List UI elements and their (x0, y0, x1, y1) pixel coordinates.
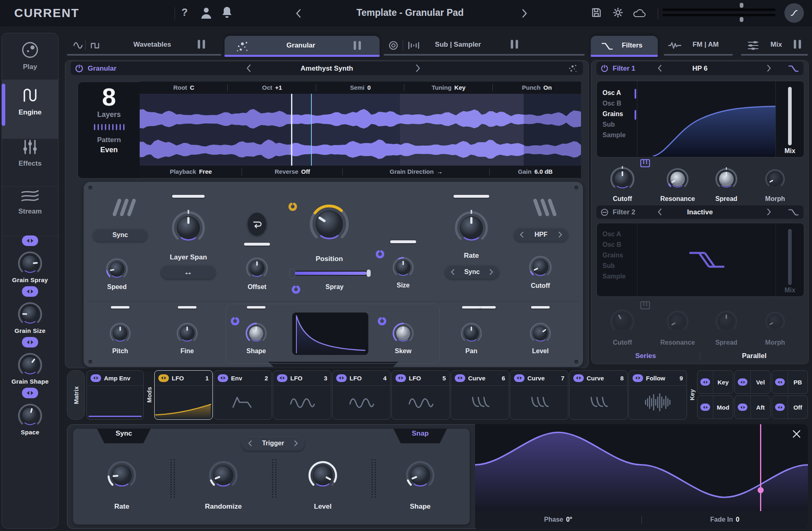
loop-mode-button[interactable] (248, 213, 266, 235)
level-knob[interactable] (529, 322, 552, 345)
help-icon[interactable]: ? (181, 6, 188, 18)
filter1-cutoff-knob[interactable] (609, 166, 635, 192)
lfo-rate-knob[interactable] (106, 460, 137, 491)
position-knob[interactable] (308, 203, 350, 245)
rate-knob[interactable] (454, 210, 489, 246)
skew-knob[interactable] (392, 322, 415, 345)
grain-cutoff-knob[interactable] (528, 255, 553, 279)
source-sample[interactable]: Sample (597, 130, 637, 140)
mod-slot-lfo-3[interactable]: LFO3 (273, 370, 331, 420)
sidebar-item-play[interactable]: Play (2, 33, 58, 87)
phase-field[interactable]: Phase0° (475, 516, 641, 523)
mod-source-mod[interactable]: Mod (697, 395, 733, 419)
field-oct[interactable]: Oct+1 (228, 82, 316, 94)
rate-mod-slider[interactable] (454, 195, 489, 198)
grain-spray-knob[interactable] (17, 250, 43, 276)
save-icon[interactable] (591, 7, 602, 18)
mod-assign-icon[interactable] (218, 374, 228, 382)
lfo-wave-display[interactable]: Phase0° Fade In0 (475, 424, 808, 528)
sample-name[interactable]: Amethyst Synth (300, 65, 353, 73)
source-sub[interactable]: Sub (597, 261, 637, 271)
field-root[interactable]: RootC (140, 82, 228, 94)
field-grain-direction[interactable]: Grain Direction→ (343, 166, 490, 178)
sampler-bars-icon[interactable] (407, 41, 419, 50)
macro-assign-icon[interactable] (22, 235, 38, 246)
playhead[interactable] (291, 94, 292, 166)
source-grains[interactable]: Grains (597, 109, 637, 119)
waveform-display[interactable] (140, 94, 581, 166)
fine-knob[interactable] (176, 322, 199, 345)
filter2-mix-slider[interactable] (788, 229, 792, 285)
prev-filter-chevron[interactable] (657, 65, 662, 72)
mod-slot-env-2[interactable]: Env2 (214, 370, 272, 420)
chevron-left-icon[interactable] (248, 440, 252, 447)
source-osc-b[interactable]: Osc B (597, 240, 637, 250)
inactive-minus-icon[interactable] (600, 208, 609, 216)
mod-assign-icon[interactable] (158, 374, 169, 382)
loop-marker[interactable] (311, 94, 312, 166)
sidebar-item-stream[interactable]: Stream (2, 179, 58, 236)
mod-slot-amp-env[interactable]: Amp Env (86, 370, 144, 420)
lfo-randomize-knob[interactable] (208, 460, 239, 491)
position-mod-ring-icon[interactable] (288, 202, 298, 212)
mod-slot-follow-9[interactable]: Follow9 (628, 370, 687, 420)
sub-circle-icon[interactable] (388, 40, 399, 51)
sub-pause-icon[interactable] (511, 40, 518, 49)
lfo-trigger-selector[interactable]: Trigger (242, 436, 304, 451)
mod-assign-icon[interactable] (277, 374, 287, 382)
filter1-curve[interactable] (637, 81, 775, 157)
filter1-resonance-knob[interactable] (666, 167, 689, 191)
filter2-type[interactable]: Inactive (687, 208, 713, 216)
macro-assign-icon[interactable] (22, 286, 38, 297)
field-tuning[interactable]: TuningKey (404, 82, 492, 94)
matrix-button[interactable]: Matrix (67, 370, 85, 420)
power-icon[interactable] (600, 65, 609, 73)
pan-knob[interactable] (460, 322, 483, 345)
speed-sync-button[interactable]: Sync (93, 229, 147, 242)
chevron-left-icon[interactable] (451, 269, 455, 275)
source-sub[interactable]: Sub (597, 119, 637, 130)
filter2-curve-area[interactable] (637, 223, 775, 296)
settings-gear-icon[interactable] (612, 7, 624, 18)
grain-envelope-display[interactable] (292, 312, 369, 355)
shape-knob[interactable] (245, 322, 268, 345)
mod-slot-curve-8[interactable]: Curve8 (569, 370, 628, 420)
cloud-icon[interactable] (633, 8, 646, 18)
chevron-right-icon[interactable] (294, 440, 298, 447)
mod-assign-icon[interactable] (91, 374, 101, 382)
square-wave-icon[interactable] (89, 41, 101, 50)
grain-filter-mode-selector[interactable]: HPF (514, 228, 568, 242)
mod-assign-icon[interactable] (573, 374, 584, 382)
level-mod-slider[interactable] (531, 306, 550, 309)
offset-mod-slider[interactable] (244, 243, 270, 246)
size-mod-slider[interactable] (390, 240, 416, 243)
filter1-type[interactable]: HP 6 (692, 65, 708, 73)
routing-parallel-button[interactable]: Parallel (700, 352, 809, 360)
filter2-spread-knob[interactable] (715, 310, 738, 333)
layer-span-knob[interactable] (171, 210, 206, 246)
lfo-snap-tab[interactable]: Snap (390, 429, 451, 443)
account-icon[interactable] (200, 6, 213, 19)
grain-size-knob[interactable] (17, 301, 43, 327)
speed-knob[interactable] (105, 257, 129, 281)
prev-preset-chevron[interactable] (296, 9, 301, 18)
mod-source-key[interactable]: Key (697, 370, 733, 394)
mod-slot-curve-7[interactable]: Curve7 (510, 370, 568, 420)
granular-pause-icon[interactable] (354, 41, 361, 50)
rate-sync-selector[interactable]: Sync (445, 265, 499, 279)
pitch-mod-slider[interactable] (111, 306, 130, 309)
span-direction-button[interactable]: ↔ (161, 265, 216, 279)
filter2-resonance-knob[interactable] (666, 310, 689, 333)
offset-knob[interactable] (245, 257, 269, 280)
chevron-left-icon[interactable] (520, 231, 524, 238)
tab-filters[interactable]: Filters (591, 36, 658, 57)
close-icon[interactable] (792, 429, 801, 439)
chevron-right-icon[interactable] (489, 269, 493, 275)
soft-clip-button[interactable] (784, 3, 804, 23)
preset-title[interactable]: Template - Granular Pad (356, 7, 464, 18)
size-mod-ring-icon[interactable] (375, 249, 385, 259)
macro-assign-icon[interactable] (22, 337, 38, 348)
prev-sample-chevron[interactable] (246, 64, 251, 72)
wavetables-pause-icon[interactable] (198, 40, 205, 49)
field-reverse[interactable]: ReverseOff (242, 166, 343, 178)
